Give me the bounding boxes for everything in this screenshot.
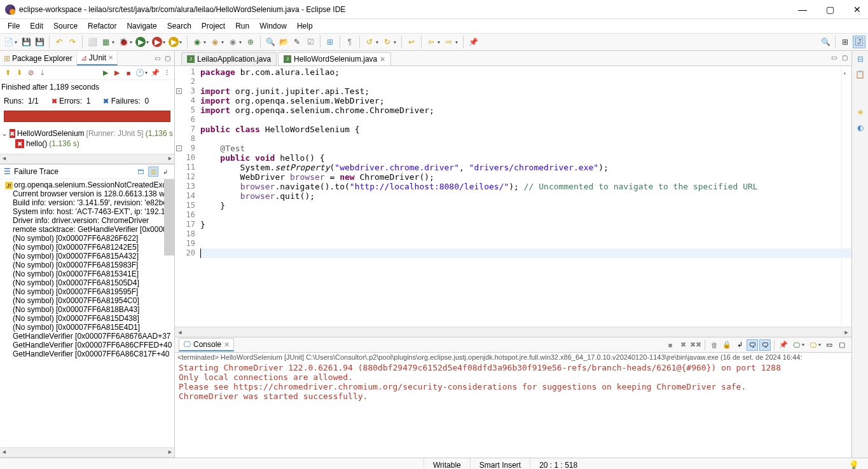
fold-icon[interactable]: −: [176, 146, 182, 151]
quick-access-icon[interactable]: 🔍: [820, 36, 831, 48]
trace-line[interactable]: (No symbol) [0x00007FF6A819595F]: [0, 287, 174, 296]
task-list-button[interactable]: 📋: [855, 69, 866, 80]
back-button[interactable]: ⇦: [425, 36, 437, 48]
search-button-1[interactable]: 🔍: [265, 36, 276, 48]
close-icon[interactable]: ✕: [224, 341, 230, 349]
tab-junit[interactable]: ⊿ JUnit ✕: [77, 51, 118, 65]
trace-horizontal-scrollbar[interactable]: [0, 447, 174, 458]
collapse-icon[interactable]: ⌄: [1, 129, 8, 138]
tree-class-row[interactable]: ⌄ ✖ HelloWordSelenium [Runner: JUnit 5] …: [1, 128, 173, 139]
debug-button[interactable]: 🐞: [118, 36, 129, 48]
editor-horizontal-scrollbar[interactable]: ◄►: [175, 327, 851, 337]
open-perspective-button[interactable]: ⊞: [839, 36, 851, 48]
remove-launch-button[interactable]: ✖: [677, 339, 689, 351]
minimize-console-button[interactable]: ▭: [823, 339, 835, 351]
external-tools-button[interactable]: ▶: [169, 37, 179, 47]
trace-line[interactable]: (No symbol) [0x00007FF6A815E4D1]: [0, 323, 174, 332]
prev-fail-button[interactable]: ⬆: [3, 68, 13, 78]
next-annotation-button[interactable]: ↻: [382, 36, 393, 48]
code-editor[interactable]: 12 3+ 456 78 9− 101112 131415 161718 192…: [175, 66, 851, 327]
trace-line[interactable]: (No symbol) [0x00007FF6A815341E]: [0, 269, 174, 278]
minimize-editor-button[interactable]: ▭: [829, 53, 838, 62]
scroll-lock-button[interactable]: ⤓: [37, 68, 47, 78]
remove-all-button[interactable]: ✖✖: [690, 339, 701, 351]
trace-line[interactable]: remote stacktrace: GetHandleVerifier [0x…: [0, 225, 174, 234]
menu-source[interactable]: Source: [48, 20, 83, 32]
new-package-button[interactable]: ◉: [209, 36, 221, 48]
trace-line[interactable]: (No symbol) [0x00007FF6A815983F]: [0, 261, 174, 269]
wand-button[interactable]: ✎: [291, 36, 303, 48]
run-button[interactable]: ▶: [135, 37, 146, 47]
tree-method-row[interactable]: ✖ hello() (1,136 s): [1, 139, 173, 149]
pin-button[interactable]: 📌: [467, 36, 479, 48]
trace-line[interactable]: GetHandleVerifier [0x00007FF6A86CFFED+40: [0, 341, 174, 350]
compare-button[interactable]: 🗔: [136, 167, 146, 177]
trace-line[interactable]: org.openqa.selenium.SessionNotCreatedExc…: [14, 180, 170, 189]
tab-console[interactable]: 🖵 Console ✕: [179, 338, 234, 351]
rerun-fail-button[interactable]: ▶: [112, 68, 122, 78]
tree-horizontal-scrollbar[interactable]: [0, 154, 174, 164]
menu-run[interactable]: Run: [230, 20, 254, 32]
editor-tab-hellowordselenium[interactable]: J HelloWordSelenium.java ✕: [278, 52, 391, 65]
menu-refactor[interactable]: Refactor: [83, 20, 121, 32]
new-type-button[interactable]: ◉: [227, 36, 238, 48]
maximize-editor-button[interactable]: ▢: [840, 53, 849, 62]
open-type-button[interactable]: ⊕: [245, 36, 256, 48]
toggle-block-button[interactable]: ⊞: [324, 36, 336, 48]
trace-line[interactable]: (No symbol) [0x00007FF6A81242E5]: [0, 243, 174, 252]
rerun-button[interactable]: ▶: [100, 68, 111, 78]
bookmarks-button[interactable]: ✳: [855, 107, 866, 118]
show-whitespace-button[interactable]: ¶: [344, 36, 355, 48]
last-edit-button[interactable]: ↩: [406, 36, 417, 48]
show-fail-only-button[interactable]: ⊘: [25, 68, 36, 78]
java-perspective-button[interactable]: 🇯: [853, 36, 865, 48]
code-text-area[interactable]: package br.com.alura.leilao; import org.…: [200, 66, 851, 327]
next-fail-button[interactable]: ⬇: [14, 68, 24, 78]
minimize-button[interactable]: —: [797, 4, 808, 15]
display-console-button[interactable]: 🖵: [790, 339, 802, 351]
new-class-button[interactable]: ◉: [191, 36, 203, 48]
trace-line[interactable]: (No symbol) [0x00007FF6A81954C0]: [0, 296, 174, 305]
test-tree[interactable]: ⌄ ✖ HelloWordSelenium [Runner: JUnit 5] …: [0, 126, 174, 151]
outline-view-button[interactable]: ⊟: [855, 53, 866, 65]
terminate-button[interactable]: ■: [665, 339, 676, 351]
trace-line[interactable]: System info: host: 'ACT-7463-EXT', ip: '…: [0, 207, 174, 216]
trace-line[interactable]: (No symbol) [0x00007FF6A826F622]: [0, 234, 174, 243]
failure-trace-body[interactable]: J!org.openqa.selenium.SessionNotCreatedE…: [0, 179, 174, 447]
close-button[interactable]: ✕: [851, 4, 863, 15]
tab-package-explorer[interactable]: ⊞ Package Explorer: [0, 52, 77, 65]
trace-line[interactable]: Build info: version: '3.141.59', revisio…: [0, 198, 174, 207]
minimize-view-button[interactable]: ▭: [153, 54, 162, 63]
menu-edit[interactable]: Edit: [25, 20, 48, 32]
markers-button[interactable]: ◐: [855, 122, 866, 133]
forward-button[interactable]: ⇨: [443, 36, 455, 48]
menu-file[interactable]: File: [3, 20, 25, 32]
editor-tab-leilaoapplication[interactable]: J LeilaoApplication.java: [181, 52, 277, 65]
console-output[interactable]: Starting ChromeDriver 122.0.6261.94 (880…: [175, 362, 851, 458]
pin-button[interactable]: 📌: [150, 68, 160, 78]
wrap-button[interactable]: ↲: [160, 167, 170, 177]
close-icon[interactable]: ✕: [108, 54, 113, 61]
menu-window[interactable]: Window: [254, 20, 292, 32]
maximize-view-button[interactable]: ▢: [163, 54, 172, 63]
stop-button[interactable]: ■: [123, 68, 134, 78]
new-button[interactable]: 📄: [3, 36, 14, 48]
show-on-out-button[interactable]: 🗨: [747, 339, 758, 351]
view-menu-button[interactable]: ⋮: [162, 68, 172, 78]
clear-console-button[interactable]: 🗑: [708, 339, 720, 351]
menu-project[interactable]: Project: [196, 20, 230, 32]
menu-search[interactable]: Search: [162, 20, 196, 32]
trace-line[interactable]: Driver info: driver.version: ChromeDrive…: [0, 216, 174, 225]
maximize-console-button[interactable]: ▢: [836, 339, 848, 351]
scroll-lock-button[interactable]: 🔒: [721, 339, 733, 351]
redo-button[interactable]: ↷: [67, 36, 78, 48]
trace-line[interactable]: (No symbol) [0x00007FF6A818BA43]: [0, 305, 174, 314]
trace-line[interactable]: (No symbol) [0x00007FF6A815A432]: [0, 252, 174, 261]
menu-navigate[interactable]: Navigate: [121, 20, 162, 32]
undo-button[interactable]: ↶: [53, 36, 65, 48]
coverage-button[interactable]: ▦: [100, 36, 111, 48]
pin-console-button[interactable]: 📌: [778, 339, 789, 351]
trace-line[interactable]: (No symbol) [0x00007FF6A81505D4]: [0, 278, 174, 287]
save-button[interactable]: 💾: [20, 36, 32, 48]
terminal-button[interactable]: ⬜: [86, 36, 98, 48]
